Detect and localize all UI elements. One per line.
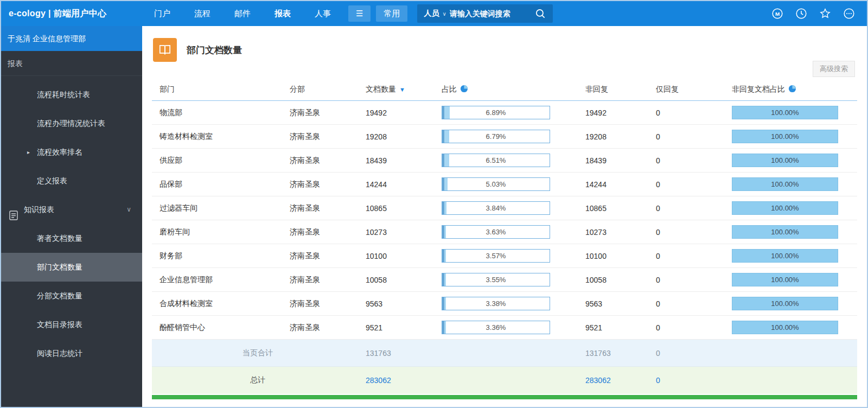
search-bar: 人员 ∨: [417, 4, 552, 23]
page-title: 部门文档数量: [187, 44, 242, 56]
column-header-label: 占比: [442, 85, 457, 94]
report-table: 部门分部文档数量▼占比非回复仅回复非回复文档占比 物流部济南圣泉194926.8…: [142, 78, 867, 407]
non-reply-percent-bar: 100.00%: [732, 154, 838, 167]
sidebar-item-doc-directory-report[interactable]: 文档目录报表: [1, 310, 142, 339]
non-reply-percent-bar-cell: 100.00%: [730, 201, 857, 215]
sidebar-item-label: 流程办理情况统计表: [37, 119, 105, 127]
column-header-label: 分部: [290, 85, 305, 94]
table-row[interactable]: 企业信息管理部济南圣泉100583.55%100580100.00%: [152, 268, 857, 292]
sort-desc-icon[interactable]: ▼: [399, 86, 405, 93]
percent-bar-cell: 6.51%: [439, 154, 583, 167]
column-header-dept[interactable]: 部门: [152, 85, 288, 94]
percent-progress-bar: 6.79%: [442, 130, 550, 143]
table-row[interactable]: 供应部济南圣泉184396.51%184390100.00%: [152, 149, 857, 173]
sidebar-item-read-log-stats[interactable]: 阅读日志统计: [1, 339, 142, 368]
dept-cell: 品保部: [152, 180, 288, 189]
search-input[interactable]: [450, 9, 531, 18]
table-row[interactable]: 磨粉车间济南圣泉102733.63%102730100.00%: [152, 220, 857, 244]
branch-cell: 济南圣泉: [288, 156, 363, 165]
reply-only-cell: 0: [654, 180, 730, 189]
reply-only-cell: 0: [654, 204, 730, 213]
table-row[interactable]: 合成材料检测室济南圣泉95633.38%95630100.00%: [152, 292, 857, 316]
document-icon: [9, 204, 18, 215]
reply-only-cell: 0: [654, 252, 730, 260]
percent-bar-cell: 5.03%: [439, 177, 583, 191]
column-header-non-reply-percent[interactable]: 非回复文档占比: [730, 85, 857, 94]
doc-count-cell: 14244: [363, 180, 439, 189]
non-reply-percent-label: 100.00%: [732, 202, 838, 214]
nav-item-workflow[interactable]: 流程: [182, 1, 222, 26]
nav-item-mail[interactable]: 邮件: [222, 1, 263, 26]
quick-access-button[interactable]: 常用: [376, 5, 407, 22]
table-row[interactable]: 酚醛销管中心济南圣泉95213.36%95210100.00%: [152, 316, 857, 340]
doc-count-cell: 10865: [363, 204, 439, 213]
branch-cell: 济南圣泉: [288, 299, 363, 309]
nav-item-hr[interactable]: 人事: [303, 1, 343, 26]
percent-progress-bar: 3.84%: [442, 201, 550, 215]
sidebar-item-branch-doc-count[interactable]: 分部文档数量: [1, 282, 142, 310]
percent-progress-bar: 6.51%: [442, 154, 550, 167]
reply-only-cell: 0: [654, 228, 730, 237]
sidebar-section-reports[interactable]: 报表: [1, 51, 142, 76]
column-header-percent[interactable]: 占比: [439, 85, 583, 94]
nav-item-portal[interactable]: 门户: [142, 1, 182, 26]
star-icon[interactable]: [819, 8, 831, 20]
sidebar-item-dept-doc-count[interactable]: 部门文档数量: [1, 253, 142, 282]
non-reply-percent-bar: 100.00%: [732, 201, 838, 215]
non-reply-percent-bar-cell: 100.00%: [730, 154, 857, 167]
sidebar-item-flow-time-stats[interactable]: 流程耗时统计表: [1, 80, 142, 109]
pie-chart-icon[interactable]: [788, 85, 796, 94]
svg-text:M: M: [775, 11, 780, 17]
report-book-icon: [153, 38, 177, 62]
sidebar-item-knowledge-reports[interactable]: 知识报表∨: [1, 195, 142, 224]
table-row[interactable]: 过滤器车间济南圣泉108653.84%108650100.00%: [152, 196, 857, 220]
hamburger-menu-icon[interactable]: ☰: [348, 5, 371, 22]
percent-label: 3.63%: [442, 226, 550, 238]
non-reply-percent-bar: 100.00%: [732, 273, 838, 286]
topbar-right-icons: M: [771, 8, 867, 20]
chevron-down-icon[interactable]: ∨: [126, 195, 131, 224]
column-header-non-reply[interactable]: 非回复: [583, 85, 654, 94]
percent-bar-cell: 3.55%: [439, 273, 583, 286]
column-header-doc-count[interactable]: 文档数量▼: [363, 85, 439, 94]
branch-cell: 济南圣泉: [288, 203, 363, 213]
non-reply-percent-label: 100.00%: [732, 297, 838, 310]
total-reply-only: 0: [654, 376, 730, 385]
search-icon[interactable]: [534, 8, 546, 20]
advanced-search-button[interactable]: 高级搜索: [813, 61, 855, 77]
table-row[interactable]: 物流部济南圣泉194926.89%194920100.00%: [152, 101, 857, 125]
m-circle-icon[interactable]: M: [771, 8, 783, 20]
sidebar-item-flow-efficiency-rank[interactable]: ▸流程效率排名: [1, 138, 142, 167]
table-row[interactable]: 财务部济南圣泉101003.57%101000100.00%: [152, 244, 857, 268]
bottom-green-strip: [152, 395, 857, 399]
non-reply-percent-bar-cell: 100.00%: [730, 225, 857, 239]
table-row[interactable]: 铸造材料检测室济南圣泉192086.79%192080100.00%: [152, 125, 857, 149]
percent-label: 3.38%: [442, 297, 550, 310]
non-reply-percent-bar: 100.00%: [732, 321, 838, 334]
search-scope-dropdown[interactable]: 人员: [424, 9, 439, 18]
app-window: e-cology | 前端用户中心 门户流程邮件报表人事 ☰ 常用 人员 ∨ M: [0, 0, 868, 408]
app-logo[interactable]: e-cology | 前端用户中心: [1, 8, 142, 20]
column-header-reply-only[interactable]: 仅回复: [654, 85, 730, 94]
non-reply-percent-label: 100.00%: [732, 178, 838, 190]
current-user[interactable]: 于兆清 企业信息管理部: [1, 26, 142, 51]
dept-cell: 物流部: [152, 108, 288, 118]
non-reply-cell: 10100: [583, 252, 654, 260]
pie-chart-icon[interactable]: [460, 85, 468, 94]
more-options-icon[interactable]: [843, 8, 855, 20]
non-reply-percent-bar-cell: 100.00%: [730, 106, 857, 119]
sidebar-item-author-doc-count[interactable]: 著者文档数量: [1, 224, 142, 253]
percent-label: 6.51%: [442, 154, 550, 167]
table-row[interactable]: 品保部济南圣泉142445.03%142440100.00%: [152, 173, 857, 196]
non-reply-percent-label: 100.00%: [732, 321, 838, 334]
branch-cell: 济南圣泉: [288, 251, 363, 261]
clock-icon[interactable]: [795, 8, 807, 20]
sidebar-item-flow-handling-stats[interactable]: 流程办理情况统计表: [1, 109, 142, 138]
column-header-branch[interactable]: 分部: [288, 85, 363, 94]
branch-cell: 济南圣泉: [288, 275, 363, 285]
nav-item-report[interactable]: 报表: [263, 1, 303, 26]
sidebar-item-custom-report[interactable]: 定义报表: [1, 167, 142, 195]
non-reply-percent-label: 100.00%: [732, 273, 838, 286]
expand-arrow-icon[interactable]: ▸: [27, 138, 30, 167]
top-nav: 门户流程邮件报表人事: [142, 1, 343, 26]
